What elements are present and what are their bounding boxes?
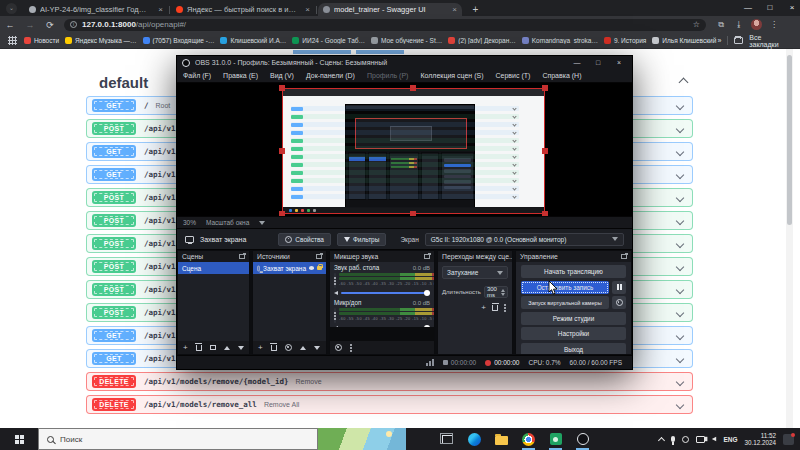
chevron-down-icon[interactable]	[676, 193, 684, 201]
obs-close-button[interactable]: ×	[611, 59, 627, 66]
preview-zoom-label[interactable]: Масштаб окна	[206, 219, 249, 226]
hidden-icons-chevron[interactable]	[658, 436, 665, 443]
endpoint-row[interactable]: DELETE/api/v1/models/remove/{model_id}Re…	[86, 372, 693, 391]
browser-tab[interactable]: Яндекс — быстрый поиск в и…×	[171, 3, 315, 16]
bookmark-item[interactable]: Илья Клишевский	[652, 37, 716, 44]
screen-select[interactable]: G5c II: 1920x1080 @ 0.0 (Основной монито…	[425, 233, 624, 246]
capture-handle[interactable]	[542, 211, 548, 216]
openapi-spec-link-fragment[interactable]	[293, 50, 351, 54]
chevron-down-icon[interactable]	[676, 354, 684, 362]
section-collapse-icon[interactable]	[679, 78, 689, 88]
page-scrollbar[interactable]	[786, 49, 793, 428]
browser-minimize-button[interactable]: —	[738, 0, 758, 16]
popout-icon[interactable]	[239, 254, 245, 259]
volume-slider[interactable]	[341, 292, 430, 294]
remove-scene-icon[interactable]	[196, 345, 202, 351]
task-view-button[interactable]	[434, 428, 461, 450]
exit-button[interactable]: Выход	[521, 343, 626, 355]
studio-mode-button[interactable]: Режим студии	[521, 312, 626, 325]
address-bar[interactable]: i 127.0.0.1:8000/api/openapi#/ ☆	[64, 19, 706, 31]
bookmark-item[interactable]: Komandnaya_stroka…	[522, 37, 598, 44]
chevron-down-icon[interactable]	[676, 239, 684, 247]
language-indicator[interactable]: ENG	[723, 436, 737, 443]
browser-tab[interactable]: model_trainer - Swagger UI×	[318, 3, 462, 16]
notification-center-icon[interactable]	[783, 434, 794, 445]
taskbar-app-explorer[interactable]	[488, 428, 515, 450]
add-transition-icon[interactable]: +	[481, 304, 486, 312]
chevron-down-icon[interactable]	[676, 377, 684, 385]
taskbar-app-edge[interactable]	[461, 428, 488, 450]
capture-handle[interactable]	[542, 85, 548, 91]
chevron-down-icon[interactable]	[676, 216, 684, 224]
bookmark-item[interactable]: 9. История	[604, 37, 646, 44]
move-down-icon[interactable]	[314, 346, 320, 350]
chevron-down-icon[interactable]	[676, 262, 684, 270]
tab-close-icon[interactable]: ×	[158, 6, 163, 14]
capture-handle[interactable]	[542, 148, 548, 154]
reload-icon[interactable]: ⟳	[40, 20, 60, 30]
chevron-down-icon[interactable]	[676, 331, 684, 339]
pause-recording-button[interactable]	[612, 281, 626, 294]
obs-title-bar[interactable]: OBS 31.0.0 - Профиль: Безымянный - Сцены…	[177, 56, 632, 69]
search-highlights-widget[interactable]	[318, 428, 406, 450]
obs-minimize-button[interactable]: —	[569, 59, 585, 66]
obs-menu-item[interactable]: Вид (V)	[264, 72, 300, 79]
chevron-down-icon[interactable]	[676, 101, 684, 109]
add-source-icon[interactable]: +	[258, 344, 263, 352]
all-bookmarks-label[interactable]: Все закладки	[749, 34, 792, 48]
endpoint-row[interactable]: DELETE/api/v1/models/remove_allRemove Al…	[86, 395, 693, 414]
new-tab-button[interactable]: +	[470, 4, 481, 15]
downloads-icon[interactable]: ⭳	[730, 20, 748, 29]
duplicate-scene-icon[interactable]	[210, 345, 216, 350]
browser-tab[interactable]: AI-YP-24-6/img_classifier Год…×	[24, 3, 168, 16]
site-info-icon[interactable]: i	[70, 21, 77, 28]
tab-search-icon[interactable]: ⌄	[6, 3, 17, 14]
bookmark-item[interactable]: Клишевский И.А…	[220, 37, 286, 44]
chevron-down-icon[interactable]	[676, 147, 684, 155]
extensions-icon[interactable]: ⧉	[712, 20, 730, 30]
popout-icon[interactable]	[621, 254, 627, 259]
bookmark-item[interactable]: (7057) Входящие -…	[143, 37, 215, 44]
virtual-camera-button[interactable]: Запуск виртуальной камеры	[521, 296, 609, 309]
obs-menu-item[interactable]: Правка (E)	[217, 72, 264, 79]
chevron-down-icon[interactable]	[676, 124, 684, 132]
capture-handle[interactable]	[279, 85, 285, 91]
move-down-icon[interactable]	[238, 346, 244, 350]
capture-handle[interactable]	[279, 211, 285, 216]
capture-handle[interactable]	[279, 148, 285, 154]
source-properties-icon[interactable]	[285, 344, 292, 351]
bookmarks-overflow-icon[interactable]: »	[717, 37, 721, 44]
move-up-icon[interactable]	[224, 346, 230, 350]
popout-icon[interactable]	[316, 254, 322, 259]
capture-preview[interactable]	[282, 88, 545, 214]
remove-source-icon[interactable]	[271, 345, 277, 351]
bookmark-star-icon[interactable]: ☆	[693, 20, 700, 29]
browser-close-button[interactable]: ×	[782, 0, 800, 16]
bookmark-item[interactable]: ИИ24 - Google Таб…	[292, 37, 365, 44]
speaker-icon[interactable]	[334, 291, 338, 295]
eye-icon[interactable]	[309, 266, 314, 270]
scrollbar-thumb[interactable]	[787, 55, 792, 225]
start-streaming-button[interactable]: Начать трансляцию	[521, 265, 626, 278]
microphone-tray-icon[interactable]	[671, 436, 675, 442]
onedrive-tray-icon[interactable]	[682, 436, 689, 443]
back-icon[interactable]: ←	[0, 20, 20, 30]
popout-icon[interactable]	[424, 254, 430, 259]
remove-transition-icon[interactable]	[492, 305, 498, 311]
lock-icon[interactable]	[317, 266, 322, 270]
move-up-icon[interactable]	[300, 346, 306, 350]
stop-recording-button[interactable]: Остановить запись	[521, 281, 609, 294]
bookmark-item[interactable]: Новости	[24, 37, 59, 44]
volume-tray-icon[interactable]	[712, 437, 716, 441]
apps-grid-icon[interactable]	[8, 36, 17, 45]
obs-menu-item[interactable]: Профиль (P)	[361, 72, 415, 79]
taskbar-app-chrome[interactable]	[515, 428, 542, 450]
openapi-spec-link-fragment[interactable]	[356, 50, 404, 54]
chevron-down-icon[interactable]	[676, 285, 684, 293]
capture-handle[interactable]	[410, 211, 416, 216]
transition-type-select[interactable]: Затухание	[442, 266, 508, 279]
filters-button[interactable]: Фильтры	[337, 233, 387, 246]
chevron-down-icon[interactable]	[676, 308, 684, 316]
profile-avatar[interactable]	[751, 19, 762, 30]
bookmark-item[interactable]: (2) [adv] Декоран…	[448, 37, 516, 44]
